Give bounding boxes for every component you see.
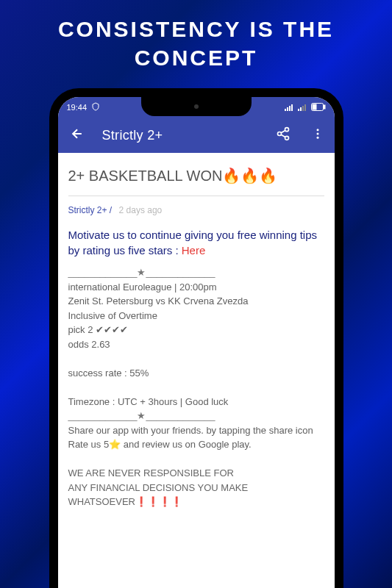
svg-rect-6 xyxy=(302,106,304,111)
svg-point-16 xyxy=(316,137,318,139)
post-headline: 2+ BASKETBALL WON🔥🔥🔥 xyxy=(68,165,324,187)
post-pick: pick 2 ✔✔✔✔ xyxy=(68,323,324,337)
svg-rect-4 xyxy=(298,109,299,111)
svg-rect-1 xyxy=(287,107,288,111)
post-success-rate: success rate : 55% xyxy=(68,366,324,381)
more-options-button[interactable] xyxy=(307,121,329,150)
phone-frame: 19:44 Strictly 2+ xyxy=(49,88,343,588)
promo-line2: CONCEPT xyxy=(135,46,258,70)
svg-rect-2 xyxy=(289,106,291,111)
post-timezone: Timezone : UTC + 3hours | Good luck xyxy=(68,395,324,409)
svg-point-14 xyxy=(316,129,318,131)
svg-rect-5 xyxy=(300,107,302,111)
phone-screen: 19:44 Strictly 2+ xyxy=(58,97,335,588)
svg-rect-7 xyxy=(304,104,306,111)
promo-line1: CONSISTENCY IS THE xyxy=(58,17,334,41)
phone-notch xyxy=(141,97,252,116)
svg-rect-0 xyxy=(285,109,286,111)
post-breadcrumb: Strictly 2+ / 2 days ago xyxy=(68,204,324,217)
rate-here-link[interactable]: Here xyxy=(182,244,206,257)
app-bar-title: Strictly 2+ xyxy=(102,128,260,143)
post-time-ago: 2 days ago xyxy=(119,205,163,215)
signal-icon-2 xyxy=(298,103,308,112)
svg-point-12 xyxy=(277,132,281,136)
svg-point-11 xyxy=(285,128,288,132)
svg-rect-3 xyxy=(291,104,293,111)
post-match: Zenit St. Petersburg vs KK Crvena Zvezda xyxy=(68,294,324,309)
shield-icon xyxy=(91,102,100,112)
promo-banner: CONSISTENCY IS THE CONCEPT xyxy=(0,0,392,79)
divider xyxy=(68,196,324,196)
battery-icon xyxy=(311,103,326,112)
share-prompt-2: Rate us 5⭐ and review us on Google play. xyxy=(68,437,324,452)
back-button[interactable] xyxy=(64,121,90,150)
status-time: 19:44 xyxy=(67,103,88,112)
separator-top: _____________★_____________ xyxy=(68,265,324,280)
share-button[interactable] xyxy=(271,121,295,150)
svg-point-13 xyxy=(285,136,288,140)
post-league: international Euroleague | 20:00pm xyxy=(68,280,324,295)
post-odds: odds 2.63 xyxy=(68,337,324,352)
post-content: 2+ BASKETBALL WON🔥🔥🔥 Strictly 2+ / 2 day… xyxy=(58,153,335,521)
post-category[interactable]: Strictly 2+ / xyxy=(68,205,113,215)
disclaimer-line1: WE ARE NEVER RESPONSIBLE FOR xyxy=(68,466,324,481)
motivate-text: Motivate us to continue giving you free … xyxy=(68,227,324,258)
signal-icon xyxy=(285,103,295,112)
separator-bottom: _____________★_____________ xyxy=(68,409,324,423)
svg-rect-9 xyxy=(324,105,325,109)
post-overtime: Inclusive of Overtime xyxy=(68,309,324,323)
share-prompt-1: Share our app with your friends. by tapp… xyxy=(68,423,324,438)
svg-rect-10 xyxy=(313,104,316,110)
disclaimer-line2: ANY FINANCIAL DECISIONS YOU MAKE WHATSOE… xyxy=(68,481,324,509)
app-bar: Strictly 2+ xyxy=(58,118,335,153)
svg-point-15 xyxy=(316,133,318,135)
